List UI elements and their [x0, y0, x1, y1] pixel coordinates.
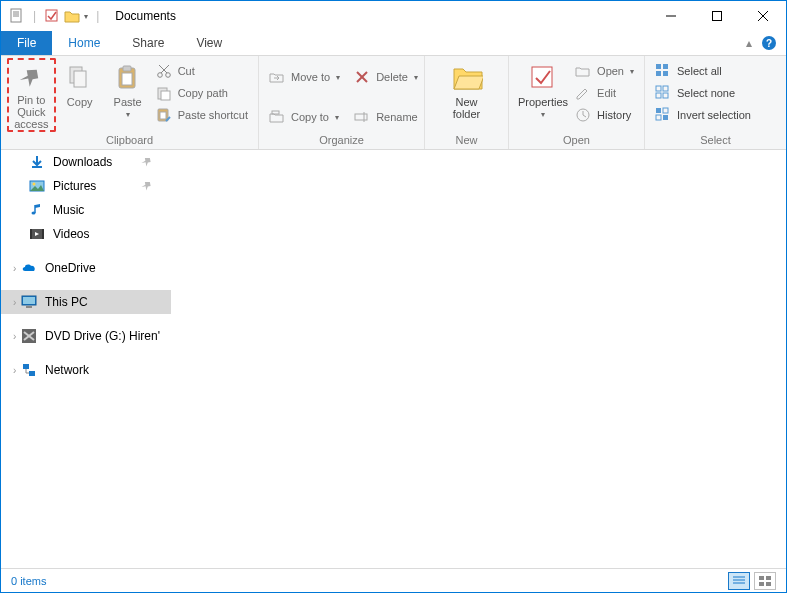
group-label-select: Select: [645, 134, 786, 149]
invert-selection-icon: [655, 107, 671, 123]
copy-button[interactable]: Copy: [56, 58, 104, 112]
select-none-button[interactable]: Select none: [651, 84, 755, 102]
group-label-new: New: [425, 134, 508, 149]
tab-home[interactable]: Home: [52, 31, 116, 55]
navigation-pane: Downloads Pictures Music Videos › OneDri…: [1, 150, 171, 568]
svg-rect-10: [74, 71, 86, 87]
minimize-button[interactable]: [648, 1, 694, 31]
svg-rect-34: [663, 86, 668, 91]
scissors-icon: [156, 63, 172, 79]
pin-icon: [141, 180, 153, 192]
tab-share[interactable]: Share: [116, 31, 180, 55]
content-area: Downloads Pictures Music Videos › OneDri…: [1, 150, 786, 568]
svg-rect-12: [123, 66, 131, 71]
svg-rect-35: [656, 93, 661, 98]
new-folder-button[interactable]: New folder: [443, 58, 491, 124]
pictures-icon: [29, 178, 45, 194]
file-list[interactable]: [171, 150, 786, 568]
group-label-clipboard: Clipboard: [1, 134, 258, 149]
downloads-icon: [29, 154, 45, 170]
svg-point-14: [157, 73, 162, 78]
nav-item-music[interactable]: Music: [1, 198, 171, 222]
invert-selection-button[interactable]: Invert selection: [651, 106, 755, 124]
svg-rect-29: [656, 64, 661, 69]
svg-point-44: [32, 212, 36, 215]
svg-point-15: [165, 73, 170, 78]
delete-button[interactable]: Delete ▾: [350, 68, 422, 86]
properties-qat-icon[interactable]: [44, 8, 60, 24]
maximize-button[interactable]: [694, 1, 740, 31]
svg-rect-22: [272, 111, 279, 114]
nav-item-onedrive[interactable]: › OneDrive: [1, 256, 171, 280]
item-count: 0 items: [11, 575, 46, 587]
large-icons-view-button[interactable]: [754, 572, 776, 590]
paste-shortcut-button[interactable]: Paste shortcut: [152, 106, 252, 124]
ribbon-tabs: File Home Share View ▴ ?: [1, 31, 786, 56]
svg-rect-54: [23, 364, 29, 369]
chevron-down-icon: ▾: [335, 113, 339, 122]
properties-button[interactable]: Properties ▾: [515, 58, 571, 125]
svg-rect-37: [656, 108, 661, 113]
separator: |: [33, 9, 36, 23]
nav-item-downloads[interactable]: Downloads: [1, 150, 171, 174]
copy-icon: [64, 62, 96, 94]
properties-icon: [527, 62, 559, 94]
details-view-button[interactable]: [728, 572, 750, 590]
app-icon: [9, 8, 25, 24]
chevron-right-icon: ›: [13, 297, 16, 308]
svg-rect-6: [713, 12, 722, 21]
svg-rect-38: [663, 108, 668, 113]
svg-rect-13: [122, 73, 132, 85]
paste-shortcut-icon: [156, 107, 172, 123]
copy-path-button[interactable]: Copy path: [152, 84, 252, 102]
open-button[interactable]: Open ▾: [571, 62, 638, 80]
svg-rect-33: [656, 86, 661, 91]
nav-item-videos[interactable]: Videos: [1, 222, 171, 246]
select-all-button[interactable]: Select all: [651, 62, 755, 80]
chevron-right-icon: ›: [13, 331, 16, 342]
svg-rect-25: [355, 114, 367, 120]
help-icon[interactable]: ?: [762, 36, 776, 50]
nav-item-this-pc[interactable]: › This PC: [1, 290, 171, 314]
paste-button[interactable]: Paste ▾: [104, 58, 152, 125]
delete-icon: [354, 69, 370, 85]
separator: |: [96, 9, 99, 23]
window-controls: [648, 1, 786, 31]
copy-to-icon: [269, 109, 285, 125]
network-icon: [21, 362, 37, 378]
nav-item-dvd-drive[interactable]: › DVD Drive (G:) Hiren': [1, 324, 171, 348]
videos-icon: [29, 226, 45, 242]
copy-to-button[interactable]: Copy to ▾: [265, 108, 344, 126]
ribbon: Pin to Quick access Copy Paste ▾: [1, 56, 786, 150]
rename-icon: [354, 109, 370, 125]
edit-button[interactable]: Edit: [571, 84, 638, 102]
tab-view[interactable]: View: [180, 31, 238, 55]
history-button[interactable]: History: [571, 106, 638, 124]
folder-qat-icon[interactable]: [64, 8, 80, 24]
svg-rect-32: [663, 71, 668, 76]
minimize-ribbon-icon[interactable]: ▴: [746, 36, 752, 50]
pin-label: Pin to Quick access: [13, 94, 50, 130]
rename-button[interactable]: Rename: [350, 108, 422, 126]
paste-icon: [112, 62, 144, 94]
move-to-button[interactable]: Move to ▾: [265, 68, 344, 86]
svg-rect-61: [759, 582, 764, 586]
qat-dropdown-icon[interactable]: ▾: [84, 12, 88, 21]
svg-rect-19: [161, 91, 170, 100]
chevron-right-icon: ›: [13, 263, 16, 274]
tab-file[interactable]: File: [1, 31, 52, 55]
select-all-icon: [655, 63, 671, 79]
select-none-icon: [655, 85, 671, 101]
nav-item-network[interactable]: › Network: [1, 358, 171, 382]
history-icon: [575, 107, 591, 123]
svg-rect-30: [663, 64, 668, 69]
cut-button[interactable]: Cut: [152, 62, 252, 80]
svg-line-17: [159, 65, 167, 73]
pin-to-quick-access-button[interactable]: Pin to Quick access: [7, 58, 56, 132]
svg-point-43: [33, 183, 36, 186]
chevron-down-icon: ▾: [414, 73, 418, 82]
svg-rect-46: [30, 229, 32, 239]
nav-item-pictures[interactable]: Pictures: [1, 174, 171, 198]
quick-access-toolbar: | ▾ | Documents: [1, 8, 176, 24]
close-button[interactable]: [740, 1, 786, 31]
